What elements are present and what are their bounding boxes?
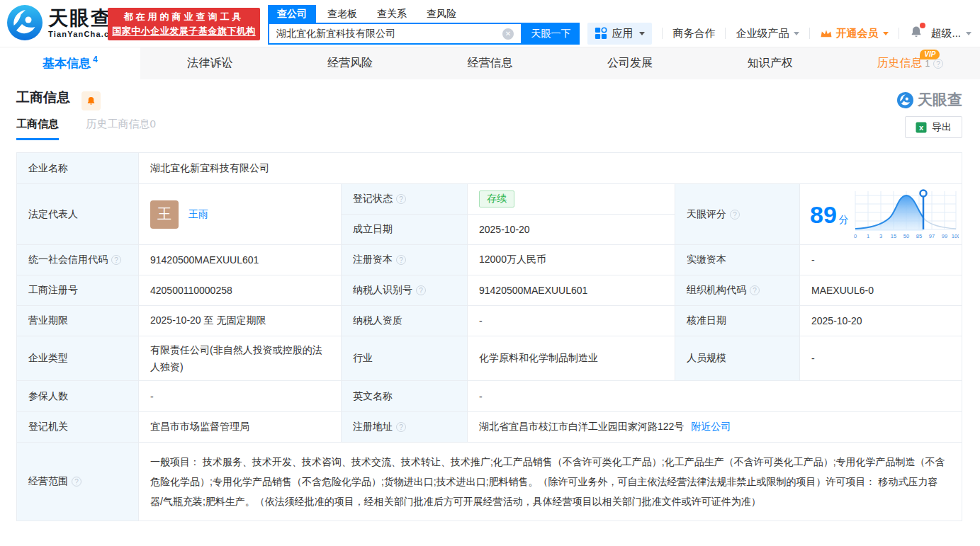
org-code-label: 组织机构代码? [675,275,800,305]
search-tab-company[interactable]: 查公司 [268,5,316,23]
reg-address-label: 注册地址? [342,411,468,442]
status-badge: 存续 [479,190,514,207]
svg-text:100: 100 [952,233,959,239]
tab-business-risk[interactable]: 经营风险 [280,47,420,79]
paid-capital-label: 实缴资本 [675,244,800,275]
tab-basic-info[interactable]: 基本信息 4 [0,47,140,79]
search-tabs: 查公司 查老板 查关系 查风险 [268,5,476,23]
help-icon[interactable]: ? [416,285,426,295]
table-row: 统一社会信用代码? 91420500MAEXUUL601 注册资本? 12000… [17,244,962,275]
notifications-bell[interactable] [909,25,923,42]
search-tab-risk[interactable]: 查风险 [427,8,456,21]
search-tab-relation[interactable]: 查关系 [377,8,407,21]
company-name-value: 湖北宜化新宜科技有限公司 [139,153,962,183]
help-icon[interactable]: ? [111,255,121,265]
approval-date-value: 2025-10-20 [800,305,962,336]
excel-icon: x [916,122,927,133]
crown-icon [820,28,833,39]
divider [899,28,899,39]
top-header: 天眼查 TianYanCha.com 都在用的商业查询工具 国家中小企业发展子基… [0,0,980,47]
taxpayer-id-value: 91420500MAEXUUL601 [468,275,675,305]
establish-date-label: 成立日期 [342,214,468,244]
help-icon[interactable]: ? [750,285,760,295]
subtab-history-business-info[interactable]: 历史工商信息0 [86,118,155,140]
chevron-down-icon [794,32,799,35]
help-icon[interactable]: ? [396,194,406,204]
promo-banner: 都在用的商业查询工具 国家中小企业发展子基金旗下机构 [108,8,260,40]
company-type-label: 企业类型 [17,336,139,380]
section-header: 工商信息 天眼查 [16,79,962,110]
tab-count: 1 [925,59,930,69]
table-row: 企业名称 湖北宜化新宜科技有限公司 [17,153,962,183]
svg-text:15: 15 [891,233,896,239]
tianyancha-logo[interactable]: 天眼查 TianYanCha.com [7,5,123,40]
reg-address-value: 湖北省宜昌市枝江市白洋工业园田家河路122号 附近公司 [468,411,962,442]
subtab-business-info[interactable]: 工商信息 [16,118,59,140]
taxpayer-id-label: 纳税人识别号? [342,275,468,305]
svg-text:99: 99 [942,233,947,239]
search-button[interactable]: 天眼一下 [522,23,580,45]
reg-capital-label: 注册资本? [342,244,468,275]
apps-grid-icon [595,27,607,40]
nav-open-vip[interactable]: 开通会员 [820,27,889,40]
tab-intellectual-property[interactable]: 知识产权 [700,47,840,79]
nearby-companies-link[interactable]: 附近公司 [691,421,731,433]
industry-label: 行业 [342,336,468,380]
search-tab-boss[interactable]: 查老板 [327,8,357,21]
subscribe-bell-button[interactable] [81,91,101,110]
chevron-down-icon [966,32,971,35]
table-row: 营业期限 2025-10-20 至 无固定期限 纳税人资质 - 核准日期 202… [17,305,962,336]
tianyancha-company-page: 天眼查 TianYanCha.com 都在用的商业查询工具 国家中小企业发展子基… [0,0,980,546]
industry-value: 化学原料和化学制品制造业 [468,336,675,380]
business-info-table: 企业名称 湖北宜化新宜科技有限公司 法定代表人 王 王雨 登记状态 ? 存续 成… [16,152,962,521]
tab-business-info[interactable]: 经营信息 [420,47,561,79]
vip-badge: VIP [920,50,940,59]
score-marker-pin [920,190,927,196]
credit-code-value: 91420500MAEXUUL601 [139,244,342,275]
svg-text:97: 97 [929,233,935,239]
insured-count-value: - [139,380,342,411]
reg-number-value: 420500110000258 [139,275,342,305]
promo-line2: 国家中小企业发展子基金旗下机构 [112,24,256,38]
tab-history-info[interactable]: VIP 历史信息 1 ? [840,47,980,79]
company-name-label: 企业名称 [17,153,139,183]
user-account-menu[interactable]: 超级... [930,27,971,40]
legal-rep-value: 王 王雨 [139,183,342,244]
apps-menu[interactable]: 应用 [587,23,652,45]
legal-rep-avatar[interactable]: 王 [150,200,179,229]
company-type-value: 有限责任公司(非自然人投资或控股的法人独资) [139,336,342,380]
approval-date-label: 核准日期 [675,305,800,336]
staff-size-label: 人员规模 [675,336,800,380]
export-button[interactable]: x 导出 [905,116,962,138]
business-scope-value: 一般项目： 技术服务、技术开发、技术咨询、技术交流、技术转让、技术推广;化工产品… [139,442,962,521]
paid-capital-value: - [800,244,962,275]
nav-business-coop[interactable]: 商务合作 [672,27,715,40]
svg-text:3: 3 [879,233,882,239]
help-icon[interactable]: ? [396,255,406,265]
legal-rep-label: 法定代表人 [17,183,139,244]
section-title: 工商信息 [16,89,70,107]
search-input[interactable] [269,28,502,40]
tab-legal-litigation[interactable]: 法律诉讼 [140,47,281,79]
help-icon[interactable]: ? [396,422,406,432]
taxpayer-quality-value: - [468,305,675,336]
legal-rep-link[interactable]: 王雨 [188,208,208,221]
chevron-down-icon [639,32,645,35]
business-term-label: 营业期限 [17,305,139,336]
business-scope-label: 经营范围? [17,442,139,521]
tab-company-development[interactable]: 公司发展 [560,47,700,79]
clear-search-icon[interactable]: ✕ [502,28,514,40]
reg-capital-value: 12000万人民币 [468,244,675,275]
chevron-down-icon [883,32,889,35]
company-detail-tabs: 基本信息 4 法律诉讼 经营风险 经营信息 公司发展 知识产权 VIP 历史信息… [0,47,980,79]
help-icon[interactable]: ? [72,477,81,487]
svg-text:0: 0 [854,233,857,239]
help-icon[interactable]: ? [730,210,740,220]
nav-enterprise-products[interactable]: 企业级产品 [736,27,799,40]
svg-text:x: x [919,123,924,132]
staff-size-value: - [800,336,962,380]
tianyancha-watermark: 天眼查 [897,90,962,110]
reg-status-label: 登记状态 ? [342,183,468,214]
table-row: 登记机关 宜昌市市场监督管理局 注册地址? 湖北省宜昌市枝江市白洋工业园田家河路… [17,411,962,442]
help-icon[interactable]: ? [933,59,943,69]
